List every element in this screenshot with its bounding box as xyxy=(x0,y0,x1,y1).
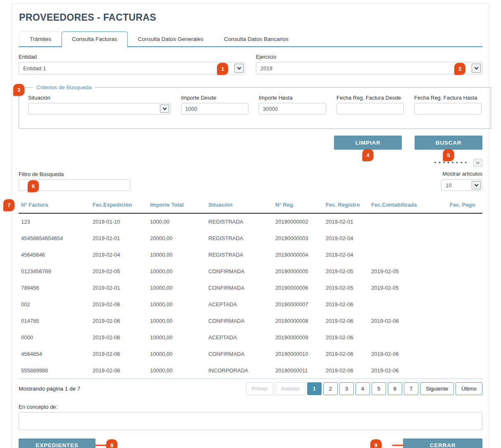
table-cell: 2019-02-04 xyxy=(323,246,369,263)
pager-page-button-4[interactable]: 4 xyxy=(355,382,370,395)
column-header: Fec. Registro xyxy=(323,201,369,213)
callout-badge-6: 6 xyxy=(28,180,39,192)
table-cell: 2019-02-06 xyxy=(90,296,148,312)
table-cell: 555889988 xyxy=(19,362,90,379)
table-cell: 123 xyxy=(19,213,90,230)
pager-page-button-3[interactable]: 3 xyxy=(339,382,354,395)
table-cell: CONFIRMADA xyxy=(206,346,273,362)
table-cell xyxy=(447,279,482,296)
pager-page-button-1[interactable]: 1 xyxy=(307,382,322,395)
buscar-button[interactable]: BUSCAR xyxy=(415,136,482,150)
footer-actions: EXPEDIENTES 8 9 CERRAR xyxy=(19,438,482,448)
fecha-reg-desde-input[interactable] xyxy=(336,103,404,114)
table-cell xyxy=(447,230,482,246)
table-cell: 2019-02-06 xyxy=(323,362,369,379)
situacion-select[interactable] xyxy=(28,103,171,114)
table-cell: 10000,00 xyxy=(148,362,206,379)
pager-controls: Primer Anterior 1234567 Siguiente Último xyxy=(244,382,482,395)
fecha-reg-hasta-input[interactable] xyxy=(414,103,482,114)
table-row[interactable]: 0022019-02-0610000,00ACEPTADA20190000007… xyxy=(19,296,482,312)
table-cell: 2019-02-05 xyxy=(323,263,369,279)
table-cell: 45645646 xyxy=(19,246,90,263)
pager-page-button-6[interactable]: 6 xyxy=(388,382,402,395)
limpiar-button[interactable]: LIMPIAR xyxy=(334,136,402,150)
entidad-select[interactable]: Entidad 1 1 xyxy=(19,62,245,74)
table-cell: 0123456789 xyxy=(19,263,90,279)
proveedores-facturas-window: PROVEEDORES - FACTURAS Trámites Consulta… xyxy=(12,3,489,448)
table-cell: REGISTRADA xyxy=(206,246,273,263)
ejercicio-field-group: Ejercicio 2019 2 xyxy=(256,54,482,74)
pager-next-button[interactable]: Siguiente xyxy=(420,382,454,395)
pager-page-button-5[interactable]: 5 xyxy=(372,382,386,395)
table-cell: 45456654654654 xyxy=(19,230,90,246)
table-cell: 0000 xyxy=(19,329,90,346)
callout-badge-5: 5 xyxy=(443,149,454,161)
pager-page-button-7[interactable]: 7 xyxy=(404,382,418,395)
situacion-label: Situación xyxy=(28,95,171,101)
importe-desde-field-group: Importe Desde xyxy=(181,95,248,114)
table-cell: 2019-02-01 xyxy=(323,213,369,230)
ejercicio-dropdown-button[interactable] xyxy=(472,64,481,73)
mostrar-articulos-selected-value: 10 xyxy=(446,182,451,188)
ejercicio-select[interactable]: 2019 2 xyxy=(256,62,482,74)
table-row[interactable]: 454566546546542019-02-0120000,00REGISTRA… xyxy=(19,230,482,246)
chevron-down-icon xyxy=(474,183,478,187)
tab-consulta-datos-generales[interactable]: Consulta Datos Generales xyxy=(128,31,214,46)
column-header: Fec.Expedición xyxy=(90,201,148,213)
table-cell: 20190000009 xyxy=(273,329,323,346)
table-cell xyxy=(369,329,447,346)
mostrar-articulos-dropdown-button[interactable] xyxy=(472,181,481,189)
pager-prev-button[interactable]: Anterior xyxy=(275,382,305,395)
importe-hasta-field-group: Importe Hasta xyxy=(259,95,326,114)
importe-hasta-label: Importe Hasta xyxy=(259,95,326,101)
pager-page-button-2[interactable]: 2 xyxy=(323,382,338,395)
table-cell: 20190000010 xyxy=(273,346,323,362)
entidad-selected-value: Entidad 1 xyxy=(23,65,46,71)
table-row[interactable]: 45646542019-02-0610000,00CONFIRMADA20190… xyxy=(19,346,482,362)
table-cell: CONFIRMADA xyxy=(206,263,273,279)
badge-8-connector-line xyxy=(95,445,106,446)
invoice-table-body: 1232019-01-101000,00REGISTRADA2019000000… xyxy=(19,213,482,379)
table-cell: 2019-02-06 xyxy=(369,312,447,329)
tab-tramites[interactable]: Trámites xyxy=(19,31,62,46)
invoice-table: N° FacturaFec.ExpediciónImporte TotalSit… xyxy=(19,201,482,379)
table-cell xyxy=(447,296,482,312)
table-cell: 20190000003 xyxy=(273,230,323,246)
entidad-dropdown-button[interactable] xyxy=(234,64,243,73)
table-row[interactable]: 1232019-01-101000,00REGISTRADA2019000000… xyxy=(19,213,482,230)
pager-first-button[interactable]: Primer xyxy=(246,382,273,395)
situacion-dropdown-button[interactable] xyxy=(160,105,169,113)
table-cell: 20190000011 xyxy=(273,362,323,379)
importe-hasta-input[interactable] xyxy=(259,103,326,114)
concepto-label: En concepto de: xyxy=(19,404,482,410)
table-row[interactable]: 0147852019-02-0610000,00CONFIRMADA201900… xyxy=(19,312,482,329)
table-cell: 2019-02-05 xyxy=(323,279,369,296)
table-cell: 10000,00 xyxy=(148,296,206,312)
table-row[interactable]: 01234567892019-02-0510000,00CONFIRMADA20… xyxy=(19,263,482,279)
filtro-busqueda-field-group: Filtro de Búsqueda 6 xyxy=(19,171,130,191)
table-cell: 2019-02-06 xyxy=(369,362,447,379)
pagination-bar: Mostrando página 1 de 7 Primer Anterior … xyxy=(19,379,482,399)
callout-badge-8: 8 xyxy=(106,439,117,448)
options-dropdown-button[interactable] xyxy=(473,159,482,167)
table-cell: 2019-02-01 xyxy=(90,230,148,246)
table-cell: 10000,00 xyxy=(148,246,206,263)
cerrar-button[interactable]: CERRAR xyxy=(403,438,482,448)
pager-last-button[interactable]: Último xyxy=(456,382,482,395)
table-row[interactable]: 5558899882019-02-0610000,00INCORPORADA20… xyxy=(19,362,482,379)
table-cell xyxy=(447,263,482,279)
table-row[interactable]: 7894562019-02-0110000,00CONFIRMADA201900… xyxy=(19,279,482,296)
expedientes-button[interactable]: EXPEDIENTES xyxy=(19,438,95,448)
tab-consulta-facturas[interactable]: Consulta Facturas xyxy=(62,31,128,47)
callout-badge-4: 4 xyxy=(363,149,374,161)
table-row[interactable]: 456456462019-02-0410000,00REGISTRADA2019… xyxy=(19,246,482,263)
table-cell: 789456 xyxy=(19,279,90,296)
mostrar-articulos-select[interactable]: 10 xyxy=(441,179,482,191)
importe-desde-input[interactable] xyxy=(181,103,248,114)
table-cell: 20190000008 xyxy=(273,312,323,329)
tab-consulta-datos-bancarios[interactable]: Consulta Datos Bancarios xyxy=(214,31,299,46)
callout-badge-2: 2 xyxy=(454,63,465,75)
table-row[interactable]: 00002019-02-0610000,00ACEPTADA2019000000… xyxy=(19,329,482,346)
concepto-textarea[interactable] xyxy=(19,412,482,430)
table-cell xyxy=(447,213,482,230)
